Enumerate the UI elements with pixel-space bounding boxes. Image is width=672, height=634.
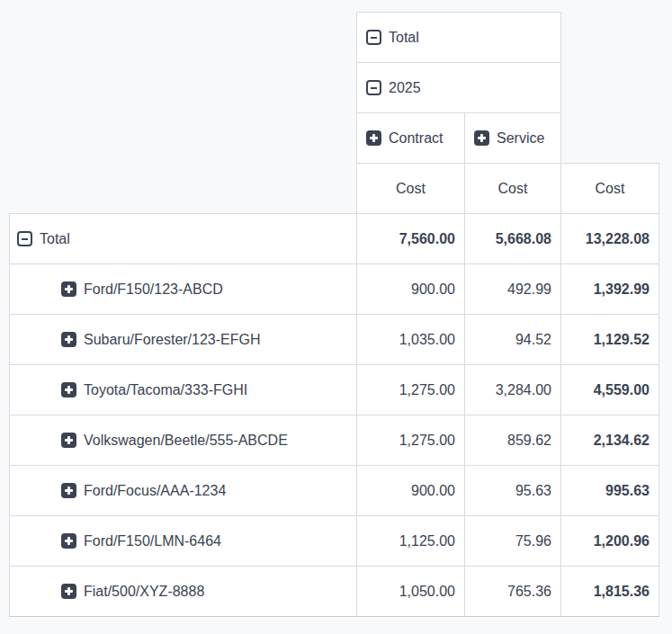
pivot-cell-total: 1,200.96 bbox=[561, 516, 659, 567]
row-header-total[interactable]: Total bbox=[10, 214, 357, 264]
collapse-icon bbox=[366, 30, 381, 45]
row-label: Volkswagen/Beetle/555-ABCDE bbox=[84, 433, 288, 449]
col-header-year-label: 2025 bbox=[389, 80, 421, 96]
col-header-total-label: Total bbox=[389, 30, 419, 46]
expand-icon bbox=[61, 584, 76, 599]
row-header-ford-f150-123-abcd[interactable]: Ford/F150/123-ABCD bbox=[10, 264, 357, 315]
spacer-cell bbox=[10, 63, 357, 113]
pivot-cell: 75.96 bbox=[465, 516, 561, 567]
col-header-row-total: Total bbox=[10, 13, 659, 63]
table-row: Volkswagen/Beetle/555-ABCDE 1,275.00 859… bbox=[10, 415, 659, 466]
pivot-cell-total: 1,129.52 bbox=[561, 315, 659, 365]
spacer-cell bbox=[561, 13, 659, 63]
col-header-contract[interactable]: Contract bbox=[357, 113, 465, 164]
pivot-cell-total: 1,815.36 bbox=[561, 567, 659, 617]
pivot-table: Total 2025 bbox=[9, 12, 659, 617]
row-label: Ford/Focus/AAA-1234 bbox=[84, 483, 226, 499]
pivot-cell: 859.62 bbox=[465, 415, 561, 466]
pivot-cell: 492.99 bbox=[465, 264, 561, 315]
table-row-total: Total 7,560.00 5,668.08 13,228.08 bbox=[10, 214, 659, 264]
pivot-cell: 7,560.00 bbox=[357, 214, 465, 264]
pivot-cell: 3,284.00 bbox=[465, 365, 561, 415]
expand-icon bbox=[61, 281, 76, 297]
spacer-cell bbox=[561, 113, 659, 164]
measure-header-row: Cost Cost Cost bbox=[10, 164, 659, 214]
pivot-cell-total: 4,559.00 bbox=[561, 365, 659, 415]
pivot-cell-total: 1,392.99 bbox=[561, 264, 659, 315]
measure-header-cost-contract[interactable]: Cost bbox=[357, 164, 465, 214]
spacer-cell bbox=[10, 13, 357, 63]
table-row: Fiat/500/XYZ-8888 1,050.00 765.36 1,815.… bbox=[10, 567, 659, 617]
pivot-cell: 5,668.08 bbox=[465, 214, 561, 264]
pivot-cell: 1,275.00 bbox=[357, 365, 465, 415]
spacer-cell bbox=[10, 164, 357, 214]
pivot-cell: 1,275.00 bbox=[357, 415, 465, 466]
spacer-cell bbox=[561, 63, 659, 113]
col-header-year[interactable]: 2025 bbox=[357, 63, 561, 113]
col-header-row-groups: Contract Service bbox=[10, 113, 659, 164]
expand-icon bbox=[61, 382, 76, 397]
pivot-cell: 1,125.00 bbox=[357, 516, 465, 567]
spacer-cell bbox=[10, 113, 357, 164]
col-header-row-year: 2025 bbox=[10, 63, 659, 113]
col-header-total[interactable]: Total bbox=[357, 13, 561, 63]
table-row: Ford/F150/LMN-6464 1,125.00 75.96 1,200.… bbox=[10, 516, 659, 567]
expand-icon bbox=[61, 483, 76, 498]
row-header-subaru-forester-123-efgh[interactable]: Subaru/Forester/123-EFGH bbox=[10, 315, 357, 365]
table-row: Ford/Focus/AAA-1234 900.00 95.63 995.63 bbox=[10, 466, 659, 516]
expand-icon bbox=[61, 433, 76, 448]
expand-icon bbox=[474, 130, 489, 146]
pivot-cell: 95.63 bbox=[465, 466, 561, 516]
row-label: Subaru/Forester/123-EFGH bbox=[84, 332, 261, 348]
table-row: Subaru/Forester/123-EFGH 1,035.00 94.52 … bbox=[10, 315, 659, 365]
expand-icon bbox=[366, 130, 381, 146]
pivot-cell-total: 2,134.62 bbox=[561, 415, 659, 466]
row-header-ford-f150-lmn-6464[interactable]: Ford/F150/LMN-6464 bbox=[10, 516, 357, 567]
col-header-contract-label: Contract bbox=[389, 130, 443, 147]
row-label: Toyota/Tacoma/333-FGHI bbox=[84, 382, 247, 398]
expand-icon bbox=[61, 533, 76, 549]
row-label: Fiat/500/XYZ-8888 bbox=[84, 584, 204, 600]
pivot-view: Total 2025 bbox=[9, 12, 659, 617]
measure-header-cost-service[interactable]: Cost bbox=[465, 164, 561, 214]
pivot-cell: 1,050.00 bbox=[357, 567, 465, 617]
pivot-cell: 900.00 bbox=[357, 264, 465, 315]
row-label: Ford/F150/LMN-6464 bbox=[84, 533, 221, 549]
row-header-fiat-500-xyz-8888[interactable]: Fiat/500/XYZ-8888 bbox=[10, 567, 357, 617]
pivot-cell-total: 995.63 bbox=[561, 466, 659, 516]
row-header-volkswagen-beetle-555-abcde[interactable]: Volkswagen/Beetle/555-ABCDE bbox=[10, 415, 357, 466]
pivot-cell: 1,035.00 bbox=[357, 315, 465, 365]
row-header-ford-focus-aaa-1234[interactable]: Ford/Focus/AAA-1234 bbox=[10, 466, 357, 516]
col-header-service[interactable]: Service bbox=[465, 113, 561, 164]
row-header-toyota-tacoma-333-fghi[interactable]: Toyota/Tacoma/333-FGHI bbox=[10, 365, 357, 415]
col-header-service-label: Service bbox=[497, 130, 544, 147]
pivot-cell: 900.00 bbox=[357, 466, 465, 516]
row-label: Ford/F150/123-ABCD bbox=[84, 281, 223, 298]
expand-icon bbox=[61, 332, 76, 347]
collapse-icon bbox=[17, 231, 32, 246]
table-row: Ford/F150/123-ABCD 900.00 492.99 1,392.9… bbox=[10, 264, 659, 315]
row-label: Total bbox=[40, 231, 70, 247]
measure-header-cost-total[interactable]: Cost bbox=[561, 164, 659, 214]
pivot-cell: 765.36 bbox=[465, 567, 561, 617]
table-row: Toyota/Tacoma/333-FGHI 1,275.00 3,284.00… bbox=[10, 365, 659, 415]
pivot-cell: 94.52 bbox=[465, 315, 561, 365]
collapse-icon bbox=[366, 80, 381, 95]
pivot-cell-total: 13,228.08 bbox=[561, 214, 659, 264]
